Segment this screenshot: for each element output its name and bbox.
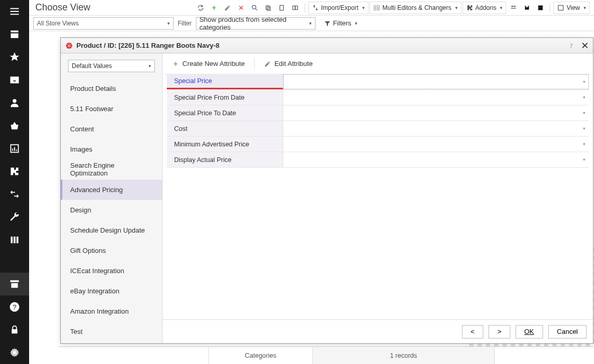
sidebar-item[interactable]: 5.11 Footwear bbox=[61, 99, 162, 119]
svg-rect-15 bbox=[280, 5, 283, 10]
sidebar-item[interactable]: eBay Integration bbox=[61, 281, 162, 301]
filter-select[interactable]: Show products from selected categories bbox=[196, 17, 315, 30]
svg-rect-16 bbox=[293, 6, 295, 9]
filters-button[interactable]: Filters bbox=[320, 17, 362, 30]
sidebar-item[interactable]: Images bbox=[61, 139, 162, 159]
filter-select-value: Show products from selected categories bbox=[200, 16, 312, 31]
add-icon[interactable] bbox=[208, 2, 220, 14]
columns-icon[interactable] bbox=[0, 228, 29, 251]
store-select-value: All Store Views bbox=[37, 20, 78, 27]
svg-rect-21 bbox=[377, 8, 379, 10]
modal-titlebar: Product / ID: [226] 5.11 Ranger Boots Na… bbox=[61, 38, 593, 53]
svg-text:?: ? bbox=[12, 303, 16, 311]
attribute-value-input[interactable] bbox=[283, 90, 589, 105]
attribute-value-input[interactable] bbox=[283, 105, 589, 120]
attribute-row: Cost bbox=[167, 121, 589, 137]
import-export-label: Import/Export bbox=[321, 4, 359, 11]
attribute-value-input[interactable] bbox=[283, 121, 589, 136]
attribute-value-input[interactable] bbox=[283, 152, 589, 167]
attribute-label[interactable]: Special Price bbox=[167, 74, 283, 89]
sidebar-item[interactable]: Test bbox=[61, 321, 162, 342]
edit-attribute-button[interactable]: Edit Attribute bbox=[261, 58, 316, 70]
archive-icon[interactable] bbox=[0, 273, 29, 295]
sync-icon[interactable] bbox=[0, 183, 29, 206]
grid-tool-1-icon[interactable] bbox=[507, 2, 520, 14]
wrench-icon[interactable] bbox=[0, 206, 29, 228]
view-menu[interactable]: View bbox=[553, 2, 590, 14]
create-attribute-button[interactable]: Create New Attribute bbox=[169, 58, 248, 70]
attribute-grid: Special PriceSpecial Price From DateSpec… bbox=[163, 74, 593, 319]
close-icon[interactable]: ✕ bbox=[581, 40, 589, 51]
ok-button[interactable]: OK bbox=[516, 325, 543, 339]
modal-help-icon[interactable]: ? bbox=[570, 42, 573, 50]
grid-tool-3-icon[interactable] bbox=[534, 2, 547, 14]
default-values-label: Default Values bbox=[72, 62, 112, 70]
store-select[interactable]: All Store Views bbox=[33, 17, 174, 30]
addons-menu[interactable]: Addons bbox=[463, 2, 507, 14]
attribute-label[interactable]: Cost bbox=[167, 121, 283, 136]
sidebar-item[interactable]: Product Details bbox=[61, 78, 162, 99]
lock-icon[interactable] bbox=[0, 318, 29, 341]
svg-rect-18 bbox=[374, 5, 376, 7]
svg-rect-4 bbox=[16, 150, 17, 151]
addons-label: Addons bbox=[476, 4, 497, 11]
menu-icon[interactable] bbox=[0, 0, 29, 23]
star-icon[interactable] bbox=[0, 46, 29, 69]
top-header: Choose View Import/Export Multi Editors … bbox=[29, 0, 594, 16]
page-title: Choose View bbox=[33, 2, 90, 13]
search-icon[interactable] bbox=[248, 2, 261, 14]
page-icon[interactable] bbox=[275, 2, 288, 14]
grid-tool-2-icon[interactable] bbox=[521, 2, 533, 14]
edit-icon[interactable] bbox=[221, 2, 234, 14]
cancel-button[interactable]: Cancel bbox=[548, 325, 587, 339]
sidebar-item[interactable]: Content bbox=[61, 119, 162, 139]
attribute-value-input[interactable] bbox=[283, 137, 589, 152]
svg-rect-2 bbox=[12, 149, 13, 151]
product-modal: Product / ID: [226] 5.11 Ranger Boots Na… bbox=[60, 37, 593, 344]
chart-icon[interactable] bbox=[0, 137, 29, 160]
sidebar-item[interactable]: Search Engine Optimization bbox=[61, 159, 162, 180]
attribute-label[interactable]: Special Price To Date bbox=[167, 105, 283, 120]
modal-footer: < > OK Cancel bbox=[163, 319, 593, 343]
copy-icon[interactable] bbox=[262, 2, 274, 14]
main-area: Choose View Import/Export Multi Editors … bbox=[29, 0, 594, 364]
multi-editors-menu[interactable]: Multi Editors & Changers bbox=[369, 2, 461, 14]
delete-icon[interactable] bbox=[235, 2, 247, 14]
records-cell: 1 records bbox=[313, 347, 495, 365]
inbox-icon[interactable] bbox=[0, 69, 29, 91]
sidebar-item[interactable]: ICEcat Integration bbox=[61, 261, 162, 281]
basket-icon[interactable] bbox=[0, 114, 29, 137]
help-icon[interactable]: ? bbox=[0, 295, 29, 318]
sidebar-item[interactable]: Gift Options bbox=[61, 240, 162, 261]
user-icon[interactable] bbox=[0, 91, 29, 114]
sidebar-item[interactable]: Design bbox=[61, 200, 162, 220]
svg-rect-22 bbox=[559, 5, 563, 10]
prev-button[interactable]: < bbox=[462, 325, 484, 339]
attribute-label[interactable]: Display Actual Price bbox=[167, 152, 283, 167]
refresh-icon[interactable] bbox=[194, 2, 207, 14]
svg-rect-7 bbox=[17, 237, 19, 244]
svg-rect-3 bbox=[14, 147, 15, 151]
attribute-label[interactable]: Minimum Advertised Price bbox=[167, 137, 283, 152]
puzzle-icon[interactable] bbox=[0, 160, 29, 183]
left-rail: ? bbox=[0, 0, 29, 364]
attribute-label[interactable]: Special Price From Date bbox=[167, 90, 283, 105]
store-icon[interactable] bbox=[0, 23, 29, 46]
import-export-menu[interactable]: Import/Export bbox=[308, 2, 368, 14]
multi-editors-label: Multi Editors & Changers bbox=[382, 4, 452, 11]
filters-button-label: Filters bbox=[333, 19, 351, 27]
attribute-row: Special Price From Date bbox=[167, 90, 589, 105]
sidebar-item[interactable]: Schedule Design Update bbox=[61, 220, 162, 240]
next-button[interactable]: > bbox=[489, 325, 510, 339]
attribute-value-input[interactable] bbox=[283, 74, 589, 89]
gear-icon[interactable] bbox=[0, 341, 29, 364]
attribute-toolbar: Create New Attribute Edit Attribute bbox=[163, 53, 593, 74]
attribute-row: Minimum Advertised Price bbox=[167, 137, 589, 152]
filter-row: All Store Views Filter Show products fro… bbox=[29, 16, 594, 31]
sidebar-item[interactable]: Amazon Integration bbox=[61, 301, 162, 321]
categories-cell[interactable]: Categories bbox=[209, 347, 313, 365]
duplicate-icon[interactable] bbox=[289, 2, 301, 14]
attribute-row: Display Actual Price bbox=[167, 152, 589, 168]
sidebar-item[interactable]: Advanced Pricing bbox=[61, 180, 162, 200]
default-values-select[interactable]: Default Values bbox=[68, 60, 155, 72]
